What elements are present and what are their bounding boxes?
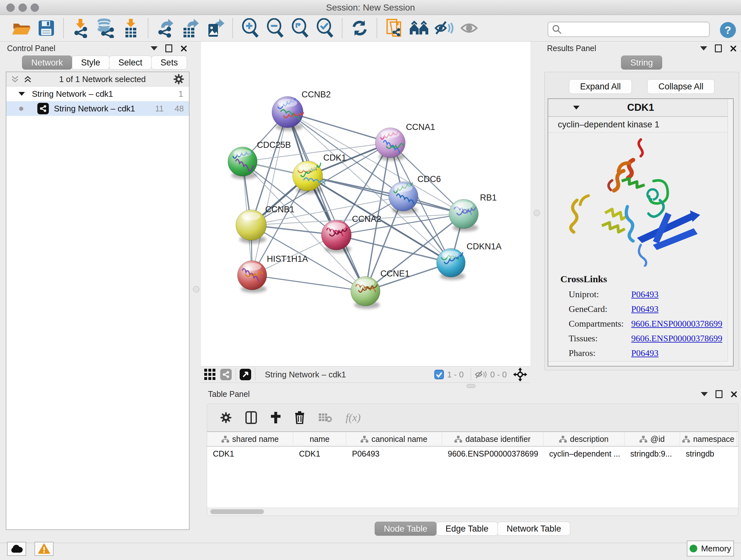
column-header-@id[interactable]: @id [624, 432, 680, 446]
network-edge-hist1h1a-ccne1[interactable] [252, 275, 365, 291]
network-share-chip-icon[interactable] [220, 369, 232, 380]
tab-node-table[interactable]: Node Table [375, 522, 436, 536]
network-edge-ccnb2-ccna1[interactable] [287, 112, 390, 143]
cloud-status-button[interactable] [7, 542, 26, 556]
open-session-button[interactable] [9, 17, 34, 39]
control-panel-float-button[interactable] [165, 44, 172, 52]
crosslink-pharos-link[interactable]: P06493 [631, 348, 659, 358]
network-node-ccna2[interactable] [321, 220, 351, 253]
network-node-ccnb2[interactable] [272, 97, 304, 131]
network-row[interactable]: String Network – cdk1 11 48 [6, 101, 189, 116]
control-panel-collapse-button[interactable] [151, 46, 158, 51]
tab-style[interactable]: Style [72, 56, 110, 70]
network-node-hist1h1a[interactable] [238, 260, 267, 293]
import-network-button[interactable] [69, 17, 93, 39]
hidden-toggle[interactable] [475, 370, 487, 379]
tab-network[interactable]: Network [22, 56, 72, 70]
enrichment-hide-button[interactable] [432, 17, 457, 39]
results-panel-close-button[interactable] [730, 45, 737, 52]
column-header-canonical-name[interactable]: canonical name [346, 432, 442, 446]
table-cell[interactable]: stringdb [680, 447, 737, 461]
tab-string[interactable]: String [621, 56, 662, 70]
export-image-button[interactable] [203, 17, 228, 39]
network-canvas[interactable]: CCNB2CCNA1CDC25BCDK1CDC6RB1CCNB1CCNA2CDK… [201, 42, 530, 366]
network-edge-ccnb2-ccne1[interactable] [287, 112, 365, 291]
left-splitter-handle[interactable] [193, 286, 199, 293]
tab-network-table[interactable]: Network Table [497, 522, 570, 536]
results-panel-collapse-button[interactable] [700, 46, 707, 51]
network-node-ccne1[interactable] [351, 276, 380, 309]
crosslink-tissues-link[interactable]: 9606.ENSP00000378699 [631, 333, 722, 344]
network-node-rb1[interactable] [449, 199, 478, 232]
function-builder-button[interactable]: f(x) [346, 412, 360, 424]
memory-button[interactable]: Memory [687, 541, 734, 557]
column-header-namespace[interactable]: namespace [680, 432, 737, 446]
grid-view-button[interactable] [204, 369, 216, 380]
export-table-button[interactable] [178, 17, 203, 39]
string-query-button[interactable] [382, 17, 407, 39]
collapse-all-chevron-icon[interactable] [11, 75, 19, 83]
collapse-all-button[interactable]: Collapse All [647, 79, 715, 94]
export-network-button[interactable] [153, 17, 178, 39]
import-network-from-database-button[interactable] [93, 17, 118, 39]
save-session-button[interactable] [34, 17, 59, 39]
show-columns-button[interactable] [246, 411, 257, 424]
crosslink-uniprot-link[interactable]: P06493 [631, 289, 659, 300]
network-node-cdc6[interactable] [389, 182, 418, 214]
refresh-button[interactable] [347, 17, 372, 39]
table-cell[interactable]: CDK1 [207, 447, 293, 461]
table-cell[interactable]: cyclin–dependent ... [543, 447, 624, 461]
table-cell[interactable]: P06493 [346, 447, 442, 461]
zoom-in-button[interactable] [238, 17, 263, 39]
tree-expand-icon[interactable] [18, 92, 25, 96]
scrollbar-thumb[interactable] [210, 509, 264, 514]
right-splitter-handle[interactable] [534, 210, 540, 216]
expand-all-chevron-icon[interactable] [23, 75, 32, 83]
selected-checkbox[interactable] [434, 370, 444, 379]
zoom-out-button[interactable] [263, 17, 287, 39]
table-panel-collapse-button[interactable] [701, 392, 708, 396]
crosslink-compartments-link[interactable]: 9606.ENSP00000378699 [631, 319, 722, 329]
results-vertical-scrollbar[interactable] [728, 99, 733, 366]
network-node-ccnb1[interactable] [236, 210, 266, 243]
column-header-shared-name[interactable]: shared name [207, 432, 293, 446]
network-node-cdc25b[interactable] [228, 147, 257, 179]
import-table-button[interactable] [118, 17, 143, 39]
homology-button[interactable] [407, 17, 432, 39]
show-graphics-button[interactable] [457, 17, 482, 39]
network-node-cdkn1a[interactable] [436, 248, 465, 280]
open-in-window-button[interactable] [240, 369, 251, 380]
gene-card-header[interactable]: CDK1 [548, 99, 733, 117]
control-panel-close-button[interactable] [180, 45, 187, 52]
fit-selected-button[interactable] [513, 368, 527, 381]
warnings-button[interactable] [35, 542, 54, 556]
network-node-cdk1[interactable] [293, 161, 325, 194]
column-header-database-identifier[interactable]: database identifier [442, 432, 543, 446]
tab-edge-table[interactable]: Edge Table [436, 522, 498, 536]
search-input[interactable] [565, 24, 709, 35]
table-panel-close-button[interactable] [730, 390, 737, 397]
column-header-name[interactable]: name [293, 432, 346, 446]
table-horizontal-scrollbar[interactable] [207, 508, 738, 516]
delete-column-button[interactable] [294, 411, 305, 424]
create-column-button[interactable] [270, 411, 281, 424]
zoom-fit-button[interactable] [287, 17, 313, 39]
tab-select[interactable]: Select [109, 56, 151, 70]
column-header-description[interactable]: description [543, 432, 624, 446]
results-panel-float-button[interactable] [715, 44, 722, 52]
network-options-gear-icon[interactable] [173, 73, 185, 85]
network-edge-ccnb2-hist1h1a[interactable] [252, 112, 287, 275]
table-cell[interactable]: 9606.ENSP00000378699 [442, 447, 543, 461]
gene-collapse-icon[interactable] [573, 106, 580, 110]
table-cell[interactable]: stringdb:9... [624, 447, 680, 461]
zoom-selected-button[interactable] [313, 17, 337, 39]
crosslink-genecard-link[interactable]: P06493 [631, 304, 659, 314]
expand-all-button[interactable]: Expand All [569, 79, 632, 94]
help-button[interactable]: ? [720, 22, 736, 38]
table-cell[interactable]: CDK1 [293, 447, 346, 461]
network-collection-row[interactable]: String Network – cdk1 1 [6, 86, 189, 101]
results-horizontal-scrollbar[interactable] [548, 361, 728, 366]
delete-table-button[interactable] [318, 412, 332, 423]
network-node-ccna1[interactable] [375, 128, 405, 161]
table-panel-float-button[interactable] [716, 390, 723, 398]
